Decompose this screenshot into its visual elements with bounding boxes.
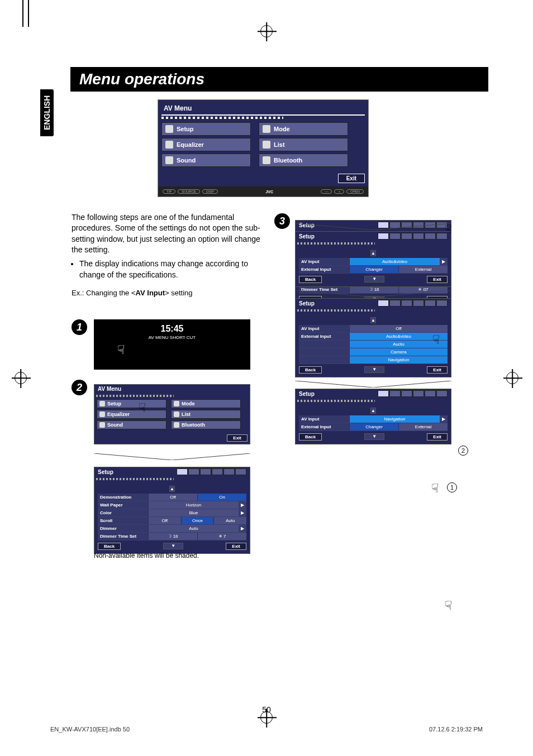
footer-meta: EN_KW-AVX710[EE].indb 50 07.12.6 2:19:32… [50,726,483,733]
bezel-plus[interactable]: + [334,189,344,194]
bezel-disp[interactable]: DISP [202,189,218,194]
menu-setup-small[interactable]: Setup [97,399,166,408]
callout-1: 1 [447,482,457,492]
mode-icon [263,125,270,133]
hand-cursor-icon: ☟ [445,222,452,237]
setup-panel-r3: Setup▲AV InputOffExternal InputAudio&vid… [295,298,451,377]
menu-equalizer-small[interactable]: Equalizer [97,410,166,419]
setup-panel-left: Setup▲DemonstrationOffOnWall PaperHorizo… [94,467,250,554]
hand-cursor-icon: ☟ [139,401,146,415]
body-text: The following steps are one of the funda… [72,212,261,302]
bezel-minus[interactable]: — [321,189,332,194]
menu-list[interactable]: List [259,138,348,151]
bezel-open[interactable]: OPEN [346,189,364,194]
bezel-source[interactable]: SOURCE [178,189,200,194]
bezel-tp[interactable]: T/P [163,189,175,194]
step-1-badge: 1 [72,319,87,335]
gear-icon [165,125,173,133]
menu-sound[interactable]: Sound [161,154,251,167]
step-2-badge: 2 [72,380,87,395]
menu-equalizer[interactable]: Equalizer [161,138,251,151]
hand-cursor-icon: ☟ [117,343,125,357]
setup-panel-r2: Setup▲AV InputAudio&video▶External Input… [295,231,451,287]
clock-panel: 15:45 AV MENU SHORT CUT ☟ [94,319,250,370]
av-menu-small: AV Menu Setup Mode Equalizer List Sound … [94,384,250,444]
hand-cursor-icon: ☟ [431,481,439,496]
hand-cursor-icon: ☟ [445,599,452,613]
menu-sound-small[interactable]: Sound [97,420,166,429]
menu-list-small[interactable]: List [171,410,241,419]
hand-cursor-icon: ☟ [432,333,440,347]
step-3-badge: 3 [274,213,290,229]
menu-bluetooth-small[interactable]: Bluetooth [171,420,241,429]
page-number: 50 [0,705,533,714]
sound-icon [165,156,173,164]
bluetooth-icon [263,156,270,164]
setup-panel-r4: Setup▲AV InputNavigation▶External InputC… [295,389,451,444]
device-bezel: T/P SOURCE DISP JVC — + OPEN [158,186,368,197]
menu-bluetooth[interactable]: Bluetooth [259,154,348,167]
exit-button-small[interactable]: Exit [227,434,248,442]
callout-2: 2 [458,446,468,456]
bezel-brand: JVC [265,190,273,194]
language-tab: ENGLISH [40,89,54,136]
page-title: Menu operations [70,67,488,92]
caption-shaded: Non-available items will be shaded. [94,552,199,559]
list-icon [263,141,270,149]
clock-subtitle: AV MENU SHORT CUT [94,335,250,340]
menu-mode-small[interactable]: Mode [171,399,241,408]
exit-button[interactable]: Exit [338,174,365,183]
av-menu-header: AV Menu [161,103,365,116]
menu-setup[interactable]: Setup [161,122,251,136]
equalizer-icon [165,141,173,149]
av-menu-large: AV Menu Setup Mode Equalizer List Sound … [158,99,369,197]
clock-time: 15:45 [94,319,250,334]
menu-mode[interactable]: Mode [259,122,348,136]
